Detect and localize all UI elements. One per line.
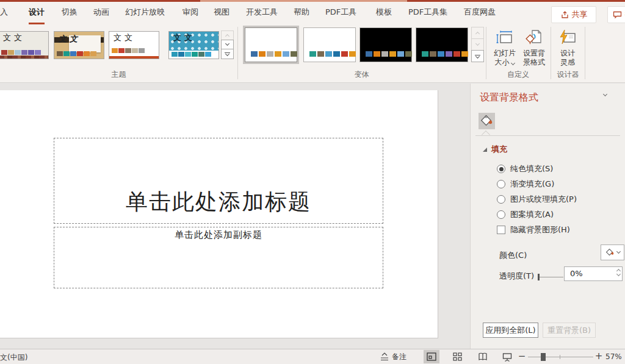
tab-developer[interactable]: 开发工具	[246, 2, 278, 24]
variant-color-swatches	[422, 51, 468, 57]
hide-background-graphics-option[interactable]: 隐藏背景图形(H)	[497, 224, 570, 235]
zoom-percentage[interactable]: 57%	[605, 352, 622, 361]
theme-sample-text: 文文	[3, 32, 25, 43]
slideshow-view-button[interactable]	[499, 350, 515, 363]
pattern-fill-option[interactable]: 图案填充(A)	[497, 209, 554, 220]
theme-thumbnail-3[interactable]: 文文	[109, 31, 159, 59]
format-background-label-line2: 景格式	[519, 58, 549, 67]
share-button[interactable]: 共享	[551, 6, 596, 23]
share-label: 共享	[572, 9, 588, 20]
fill-section-header[interactable]: 填充	[483, 144, 507, 155]
transparency-value: 0%	[570, 269, 583, 278]
color-picker-button[interactable]	[601, 244, 624, 260]
status-bar: 中文(中国) 备注 − +	[0, 349, 625, 364]
comment-icon	[613, 10, 622, 19]
slide-size-label-line2: 大小	[490, 58, 519, 67]
themes-gallery-more-button[interactable]	[221, 49, 234, 59]
tab-baidu-netdisk[interactable]: 百度网盘	[464, 2, 496, 24]
format-background-icon	[525, 29, 543, 48]
radio-icon	[497, 210, 505, 219]
section-expanded-icon	[483, 148, 487, 152]
theme-thumbnail-2[interactable]: 文文	[54, 31, 104, 59]
themes-gallery-scroll	[221, 31, 234, 59]
chevron-down-icon	[225, 41, 229, 46]
format-background-label-line1: 设置背	[519, 49, 549, 58]
tab-slideshow[interactable]: 幻灯片放映	[125, 2, 165, 24]
tab-design[interactable]: 设计	[29, 2, 45, 24]
reset-background-button[interactable]: 重置背景(B)	[543, 323, 596, 338]
slider-handle[interactable]	[538, 274, 540, 280]
slide-sorter-icon	[453, 352, 462, 361]
zoom-in-button[interactable]: +	[594, 350, 603, 363]
solid-fill-option[interactable]: 纯色填充(S)	[497, 163, 553, 174]
theme-thumbnail-4[interactable]: 文文	[168, 31, 219, 59]
variants-group-label: 变体	[238, 70, 485, 80]
design-ideas-label-line2: 灵感	[552, 58, 583, 67]
tab-review[interactable]: 审阅	[182, 2, 198, 24]
picture-texture-fill-option[interactable]: 图片或纹理填充(P)	[497, 194, 577, 205]
variant-thumbnail-3[interactable]	[359, 27, 412, 62]
format-background-pane: 设置背景格式 填充 纯色填充(S) 渐变填充(G) 图片或纹理填充(P) 图案填…	[470, 84, 625, 349]
spinner-arrows[interactable]	[617, 268, 620, 276]
pane-title: 设置背景格式	[480, 91, 538, 104]
pane-options-arrow-icon[interactable]	[603, 92, 607, 96]
zoom-slider-handle[interactable]	[541, 353, 546, 361]
theme-color-swatches	[57, 51, 96, 56]
variants-scroll-down-button[interactable]	[471, 38, 484, 51]
normal-view-button[interactable]	[424, 350, 439, 363]
radio-icon	[497, 195, 505, 204]
tab-pointer	[482, 130, 490, 139]
title-placeholder[interactable]: 单击此处添加标题	[54, 138, 383, 224]
tab-view[interactable]: 视图	[214, 2, 229, 24]
reading-view-icon	[478, 352, 488, 361]
gradient-fill-option[interactable]: 渐变填充(G)	[497, 179, 554, 190]
reading-view-button[interactable]	[475, 350, 491, 363]
language-status[interactable]: 中文(中国)	[0, 352, 27, 363]
fill-bucket-tab[interactable]	[479, 113, 495, 129]
variants-scroll-up-button[interactable]	[471, 27, 484, 39]
tab-pdf-toolset[interactable]: PDF工具集	[408, 2, 447, 24]
chevron-up-icon	[225, 34, 229, 38]
notes-label: 备注	[392, 352, 406, 362]
tab-transitions[interactable]: 切换	[62, 2, 78, 24]
themes-scroll-up-button[interactable]	[221, 30, 234, 40]
variant-thumbnail-4[interactable]	[416, 27, 468, 62]
slide[interactable]: 单击此处添加标题 单击此处添加副标题	[0, 90, 438, 338]
slide-sorter-view-button[interactable]	[449, 350, 465, 363]
picture-texture-fill-label: 图片或纹理填充(P)	[510, 194, 577, 205]
tab-animations[interactable]: 动画	[93, 2, 109, 24]
subtitle-placeholder[interactable]: 单击此处添加副标题	[54, 227, 383, 288]
zoom-slider-track[interactable]	[528, 357, 593, 357]
fill-section-label: 填充	[491, 144, 507, 155]
tab-help[interactable]: 帮助	[294, 2, 309, 24]
tab-pdf-tools[interactable]: PDF工具	[325, 2, 356, 24]
theme-sample-text: 文文	[59, 34, 81, 45]
share-icon	[560, 10, 569, 19]
tab-insert[interactable]: 插入	[0, 2, 8, 24]
notes-icon	[380, 352, 389, 362]
transparency-spinner[interactable]: 0%	[564, 266, 623, 281]
zoom-out-button[interactable]: −	[518, 350, 526, 363]
design-ideas-label-line1: 设计	[552, 49, 583, 58]
comments-button[interactable]: 批注	[607, 6, 625, 23]
slider-track	[538, 277, 563, 277]
variant-thumbnail-2[interactable]	[303, 27, 356, 62]
chevron-down-icon	[475, 41, 480, 46]
variant-thumbnail-1[interactable]	[245, 27, 297, 62]
notes-button[interactable]: 备注	[380, 351, 406, 363]
chevron-up-icon	[475, 32, 480, 36]
themes-scroll-down-button[interactable]	[221, 40, 234, 49]
tab-templates[interactable]: 模板	[376, 2, 392, 24]
group-separator	[585, 27, 585, 79]
variant-color-swatches	[251, 51, 297, 57]
color-label: 颜色(C)	[499, 250, 527, 261]
apply-to-all-button[interactable]: 应用到全部(L)	[483, 323, 538, 338]
paint-bucket-icon	[480, 115, 494, 128]
theme-sample-text: 文文	[173, 32, 195, 43]
slide-editing-area[interactable]: 单击此处添加标题 单击此处添加副标题	[0, 84, 470, 349]
variants-gallery-more-button[interactable]	[471, 50, 484, 62]
theme-thumbnail-1[interactable]: 文文	[0, 31, 49, 59]
ribbon-tab-bar: 插入 设计 切换 动画 幻灯片放映 审阅 视图 开发工具 帮助 PDF工具 模板…	[0, 2, 625, 24]
checkbox-icon	[497, 226, 505, 234]
theme-color-swatches	[112, 48, 145, 53]
